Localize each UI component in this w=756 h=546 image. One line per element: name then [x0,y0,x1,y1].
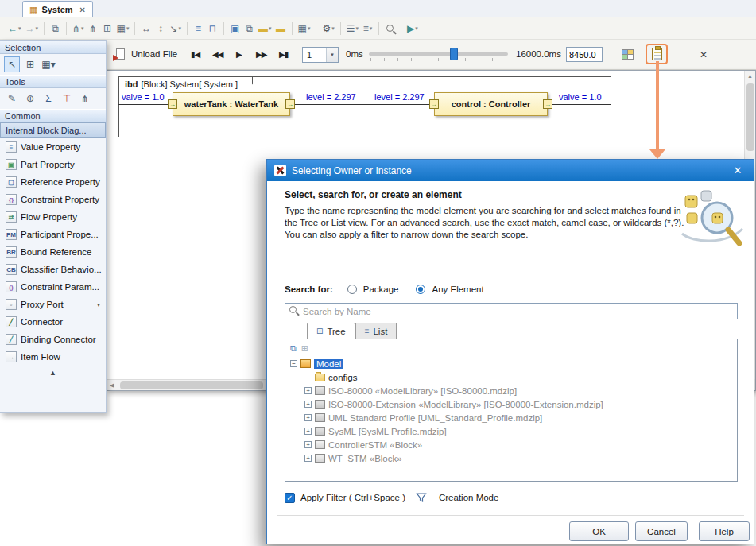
chevron-down-icon[interactable]: ▾ [326,48,338,62]
navigate-back-button[interactable]: ←▾ [6,21,23,37]
radio-package[interactable] [347,285,357,294]
tab-list[interactable]: ≡List [355,323,397,339]
toolbox-item-participant-property[interactable]: PMParticipant Prope... [0,226,106,243]
dialog-title-bar[interactable]: Selecting Owner or Instance ✕ [267,160,754,181]
save-as-image-button[interactable]: ▣ [228,21,242,37]
expand-expander-icon[interactable]: + [304,414,312,421]
toolbox-item-bound-reference[interactable]: BRBound Reference [0,243,106,261]
toolbox-item-constraint-property[interactable]: {}Constraint Property [0,191,106,208]
tree-item-iso80000-extension[interactable]: + ISO-80000-Extension «ModelLibrary» [IS… [285,397,737,411]
vertical-scroll-thumb[interactable] [746,83,754,151]
radio-any-element[interactable] [416,285,425,294]
align-top-button[interactable]: ⊓ [206,21,219,37]
section-header-common[interactable]: Common [0,109,106,122]
connector-wire[interactable] [295,104,429,105]
tab-system[interactable]: ▦ System ✕ [22,1,93,17]
resize-horizontal-button[interactable]: ↔ [139,21,153,37]
layout-grid-button[interactable]: ▦▾ [115,21,131,37]
time-slider[interactable] [369,45,508,63]
layout-orthogonal-button[interactable]: ⋔ [87,21,100,37]
sum-tool-button[interactable]: Σ [41,91,56,106]
unload-file-button[interactable]: Unload File [131,49,177,59]
section-header-internal-block-diagram[interactable]: Internal Block Diag... [0,122,106,138]
sticky-note-tool-button[interactable]: ✎ [4,91,20,106]
simulation-table-icon[interactable] [622,49,634,60]
skip-to-start-button[interactable]: ▮◀ [191,50,200,59]
expand-expander-icon[interactable]: + [304,387,312,394]
block-watertank[interactable]: waterTank : WaterTank [173,92,290,116]
tree-item-model[interactable]: − Model [285,357,737,370]
ok-button[interactable]: OK [569,521,629,541]
step-back-button[interactable]: ◀◀ [212,50,223,59]
resize-diagonal-button[interactable]: ↘▾ [168,21,183,37]
toolbox-item-binding-connector[interactable]: ╱Binding Connector [0,331,106,348]
port-watertank-left[interactable]: → [168,99,177,109]
horizontal-scroll-thumb[interactable] [120,381,263,389]
text-tool-button[interactable]: ⊤ [59,91,75,106]
pointer-tool-button[interactable]: ↖ [4,56,20,72]
related-elements-button[interactable]: ⧉ [48,21,62,37]
toolbox-item-flow-property[interactable]: ⇄Flow Property [0,208,106,226]
block-control[interactable]: control : Controller [434,92,548,116]
multi-select-button[interactable]: ⊞ [22,56,38,72]
dialog-close-button[interactable]: ✕ [729,165,746,176]
fast-forward-button[interactable]: ▶▶ [256,50,266,59]
navigate-forward-button[interactable]: →▾ [24,21,41,37]
creation-mode-label[interactable]: Creation Mode [439,493,498,502]
chevron-down-icon[interactable]: ▾ [97,301,100,308]
toolbox-item-connector[interactable]: ╱Connector [0,313,106,331]
close-simulation-button[interactable]: ✕ [700,49,708,60]
display-options-button[interactable]: ☰▾ [345,21,360,37]
cancel-button[interactable]: Cancel [635,521,688,541]
comment-button[interactable]: ▬ [274,21,288,37]
port-watertank-right[interactable]: → [285,99,295,109]
legend-button[interactable]: ≡▾ [361,21,374,37]
scroll-left-icon[interactable]: ◀ [110,382,114,389]
trigger-select[interactable]: 1 ▾ [302,47,339,63]
radio-package-label[interactable]: Package [363,285,399,294]
connector-wire[interactable] [118,104,168,105]
port-control-left[interactable]: → [429,99,439,109]
collapse-expander-icon[interactable]: − [290,360,297,367]
toolbox-item-reference-property[interactable]: ▢Reference Property [0,173,106,191]
collapse-icon[interactable]: ⊞ [301,343,308,354]
radio-any-element-label[interactable]: Any Element [432,285,483,294]
tree-item-configs[interactable]: configs [285,370,737,384]
specification-button[interactable]: ▦▾ [297,21,312,37]
scroll-up-icon[interactable]: ▲ [747,73,753,79]
expand-selection-icon[interactable]: ⧉ [290,343,297,354]
apply-filter-label[interactable]: Apply Filter ( Ctrl+Space ) [300,493,405,502]
help-button[interactable]: Help [699,521,750,541]
toolbox-item-item-flow[interactable]: →Item Flow [0,348,106,366]
constraint-tool-button[interactable]: ⊕ [22,91,38,106]
align-button[interactable]: ≡ [192,21,205,37]
expand-expander-icon[interactable]: + [304,428,312,435]
section-header-selection[interactable]: Selection [0,41,106,54]
tree-item-uml-standard-profile[interactable]: + UML Standard Profile [UML_Standard_Pro… [285,411,737,424]
tab-close-icon[interactable]: ✕ [79,6,86,14]
layout-hierarchic-button[interactable]: ⋔▾ [71,21,86,37]
apply-filter-checkbox[interactable]: ✓ [285,493,295,503]
resize-vertical-button[interactable]: ↕ [153,21,167,37]
note-button[interactable]: ▬▾ [257,21,273,37]
expand-expander-icon[interactable]: + [304,455,312,462]
scroll-up-button[interactable]: ▲ [0,366,106,380]
expand-expander-icon[interactable]: + [304,441,312,448]
section-header-tools[interactable]: Tools [0,75,106,88]
run-simulation-button[interactable]: ▶▾ [405,21,420,37]
slider-track[interactable] [369,52,508,56]
tree-item-wtstm[interactable]: + WT_STM «Block» [285,451,737,465]
toolbox-item-value-property[interactable]: ≡Value Property [0,138,106,156]
tree-item-controllerstm[interactable]: + ControllerSTM «Block» [285,438,737,451]
copy-to-clipboard-button[interactable]: ⧉ [242,21,256,37]
toolbox-item-constraint-parameter[interactable]: ()Constraint Param... [0,278,106,296]
port-control-right[interactable]: → [543,99,552,109]
toolbox-item-part-property[interactable]: ▣Part Property [0,156,106,173]
toolbox-item-classifier-behavior[interactable]: CBClassifier Behavio... [0,261,106,278]
filter-funnel-icon[interactable] [416,492,427,503]
connector-wire[interactable] [552,104,611,105]
expand-expander-icon[interactable]: + [304,401,312,408]
find-button[interactable] [383,21,397,37]
time-input[interactable] [566,47,603,62]
search-input[interactable] [285,303,738,319]
